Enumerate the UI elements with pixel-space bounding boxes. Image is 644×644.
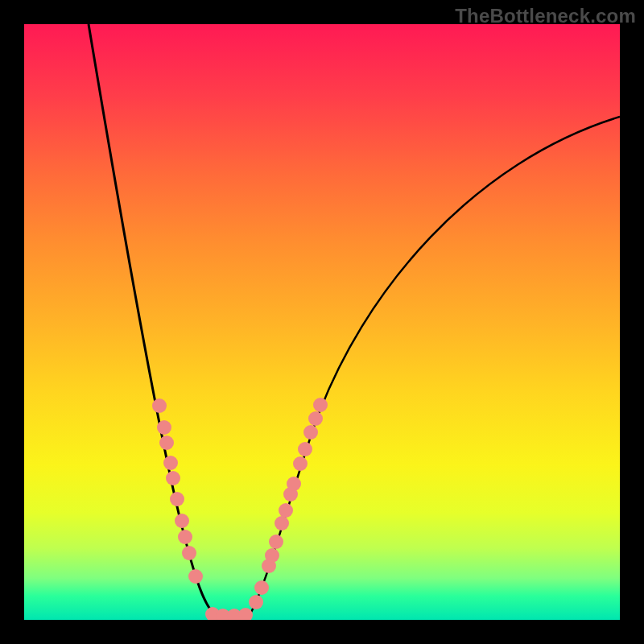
left-dots-group [152,398,203,584]
data-dot [170,492,184,506]
data-dot [298,442,312,456]
data-dot [163,456,178,470]
chart-frame: TheBottleneck.com [0,0,644,644]
plot-area [24,24,620,620]
data-dot [166,471,180,485]
data-dot [249,595,263,609]
data-dot [182,546,196,560]
data-dot [275,516,289,530]
data-dot [303,425,318,440]
data-dot [287,477,301,491]
data-dot [238,608,253,620]
data-dot [159,436,174,450]
right-dots-group [249,398,328,609]
data-dot [175,514,189,528]
data-dot [157,420,171,435]
data-dot [152,398,167,413]
data-dot [269,535,283,549]
data-dot [308,411,323,426]
data-dot [313,398,328,412]
data-dot [265,548,279,563]
data-dot [254,580,269,595]
data-dot [279,503,293,518]
bottom-dots-group [205,607,253,620]
data-dot [293,456,308,471]
data-dot [178,530,192,544]
left-curve [89,24,221,618]
data-dot [188,569,203,584]
right-curve [248,117,620,618]
chart-svg [24,24,620,620]
watermark-text: TheBottleneck.com [455,5,636,27]
